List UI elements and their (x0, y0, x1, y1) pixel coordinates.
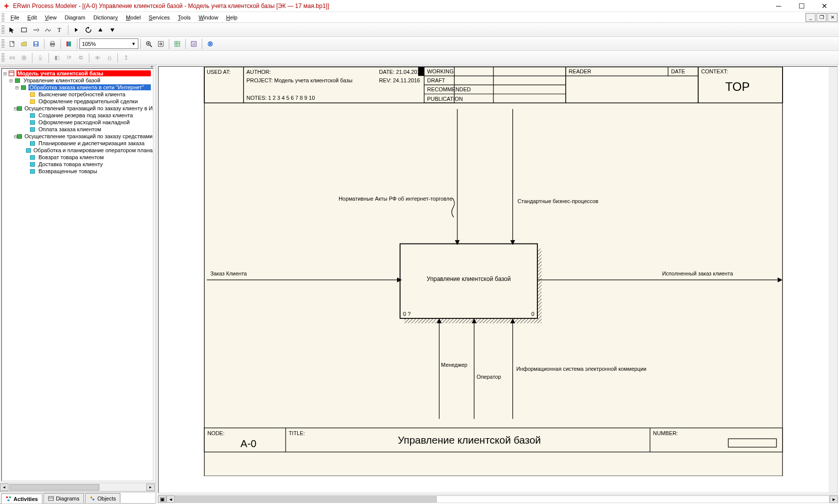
diagram-canvas[interactable]: USED AT: AUTHOR: PROJECT: Модель учета к… (158, 66, 838, 494)
menu-dictionary[interactable]: Dictionary (89, 13, 122, 21)
tree-root[interactable]: ⊟ Модель учета клиентской базы (2, 70, 153, 77)
expand-icon[interactable]: ⊟ (14, 85, 20, 90)
svg-rect-11 (51, 45, 54, 46)
scroll-left-icon[interactable]: ◂ (166, 496, 175, 503)
new-icon[interactable] (6, 38, 17, 49)
tree-node[interactable]: Создание резерва под заказ клиента (2, 112, 153, 119)
go-sibling-up-icon[interactable] (95, 24, 106, 35)
tree-view[interactable]: ⊟ Модель учета клиентской базы ⊟ Управле… (1, 68, 154, 482)
svg-point-39 (92, 499, 94, 501)
toolbar-handle[interactable] (1, 53, 4, 62)
svg-rect-34 (9, 497, 11, 498)
go-back-icon[interactable] (83, 24, 94, 35)
toolbar-modelmart: ◧ ⟳ ⧉ 👁 ⎙ ↥ (0, 51, 839, 65)
tree-node[interactable]: ⊟ Осуществление транзакций по заказу сре… (2, 133, 153, 140)
zoom-fit-icon[interactable] (155, 38, 166, 49)
expand-icon[interactable]: ⊟ (2, 71, 8, 76)
menu-services[interactable]: Services (145, 13, 174, 21)
minimize-button[interactable]: ─ (767, 0, 790, 11)
go-parent-icon[interactable] (71, 24, 82, 35)
print-icon[interactable] (47, 38, 58, 49)
report-icon[interactable] (63, 38, 74, 49)
expand-icon[interactable]: ⊟ (8, 78, 14, 83)
activity-icon (14, 77, 21, 83)
model-explorer-icon[interactable] (172, 38, 183, 49)
svg-text:NODE:: NODE: (207, 430, 224, 436)
svg-text:TOP: TOP (725, 80, 750, 93)
menu-edit[interactable]: Edit (23, 13, 41, 21)
svg-text:WORKING: WORKING (427, 68, 453, 74)
panel-close-icon[interactable]: × (149, 64, 155, 67)
activity-icon (29, 91, 36, 97)
pointer-tool-icon[interactable] (6, 24, 17, 35)
model-explorer-panel: × ⊟ Модель учета клиентской базы ⊟ Управ… (0, 65, 157, 504)
toolbar-handle[interactable] (1, 39, 4, 48)
menu-tools[interactable]: Tools (174, 13, 195, 21)
tree-node[interactable]: Возвращенные товары (2, 168, 153, 175)
mdi-minimize-button[interactable]: _ (806, 13, 816, 22)
idef0-diagram[interactable]: USED AT: AUTHOR: PROJECT: Модель учета к… (159, 67, 828, 476)
zoom-in-icon[interactable] (143, 38, 154, 49)
tree-node-selected[interactable]: ⊟ Обработка заказа клиента в сети "Интер… (2, 84, 153, 91)
mm-lock-icon (35, 52, 46, 63)
svg-rect-14 (67, 42, 70, 46)
close-button[interactable]: ✕ (813, 0, 836, 11)
mdi-restore-button[interactable]: ❐ (817, 13, 827, 22)
text-tool-icon[interactable]: T (54, 24, 65, 35)
tree-node[interactable]: Выяснение потребностей клиента (2, 91, 153, 98)
tree-node[interactable]: Оплата заказа клиентом (2, 126, 153, 133)
tab-activities[interactable]: Activities (1, 494, 42, 504)
save-icon[interactable] (30, 38, 41, 49)
tree-node[interactable]: ⊟ Управление клиентской базой (2, 77, 153, 84)
mm-merge-icon: ⧉ (75, 52, 86, 63)
tree-node[interactable]: ⊟ Осуществлений транзакций по заказу кли… (2, 105, 153, 112)
scroll-thumb[interactable] (9, 484, 99, 491)
tree-node[interactable]: Планирование и диспетчиризация заказа (2, 140, 153, 147)
arrow-tool-icon[interactable] (30, 24, 41, 35)
tree-node[interactable]: Обработка и планирование оператором план… (2, 147, 153, 154)
scroll-right-icon[interactable]: ▸ (146, 484, 155, 491)
zoom-value: 105% (82, 41, 96, 47)
spell-check-icon[interactable]: ✓ (188, 38, 199, 49)
explorer-tabs: Activities Diagrams Objects (0, 493, 155, 504)
svg-rect-8 (34, 44, 37, 46)
zoom-select[interactable]: 105% ▼ (79, 38, 138, 49)
menu-file[interactable]: File (6, 13, 23, 21)
horizontal-scrollbar[interactable]: ▣ ◂ ▸ (158, 495, 838, 503)
open-icon[interactable] (18, 38, 29, 49)
mdi-close-button[interactable]: ✕ (828, 13, 838, 22)
squiggle-tool-icon[interactable] (42, 24, 53, 35)
scroll-thumb[interactable] (175, 496, 437, 503)
scroll-corner-icon[interactable]: ▣ (158, 496, 166, 503)
tree-node[interactable]: Оформление предварительной сделки (2, 98, 153, 105)
maximize-button[interactable]: ☐ (790, 0, 813, 11)
toolbar-handle[interactable] (1, 13, 4, 21)
publish-icon[interactable] (205, 38, 216, 49)
svg-point-38 (90, 497, 92, 499)
scroll-right-icon[interactable]: ▸ (830, 496, 838, 503)
diagram-canvas-area: USED AT: AUTHOR: PROJECT: Модель учета к… (157, 65, 839, 504)
diagram-footer-table: NODE: A-0 TITLE: Управление клиентской б… (204, 428, 783, 452)
go-sibling-down-icon[interactable] (107, 24, 118, 35)
diagram-header-table: USED AT: AUTHOR: PROJECT: Модель учета к… (204, 67, 783, 103)
vertical-scrollbar[interactable] (829, 67, 837, 493)
svg-text:✓: ✓ (192, 42, 196, 47)
toolbar-handle[interactable] (1, 25, 4, 34)
menu-model[interactable]: Model (122, 13, 145, 21)
toolbar-standard: 105% ▼ ✓ (0, 37, 839, 51)
mm-open-icon (18, 52, 29, 63)
activity-box-tool-icon[interactable] (18, 24, 29, 35)
tab-objects[interactable]: Objects (85, 493, 120, 503)
menu-help[interactable]: Help (222, 13, 242, 21)
tree-node[interactable]: Оформление расходной накладной (2, 119, 153, 126)
menu-window[interactable]: Window (195, 13, 222, 21)
menu-diagram[interactable]: Diagram (60, 13, 89, 21)
menu-view[interactable]: View (41, 13, 61, 21)
svg-rect-2 (21, 28, 26, 32)
tree-horizontal-scrollbar[interactable]: ◂ ▸ (0, 483, 155, 491)
tree-node[interactable]: Доставка товара клиенту (2, 161, 153, 168)
toolbar-drawing: T (0, 23, 839, 37)
scroll-left-icon[interactable]: ◂ (0, 484, 8, 491)
tree-node[interactable]: Вовзрат товара клиентом (2, 154, 153, 161)
tab-diagrams[interactable]: Diagrams (43, 493, 84, 503)
